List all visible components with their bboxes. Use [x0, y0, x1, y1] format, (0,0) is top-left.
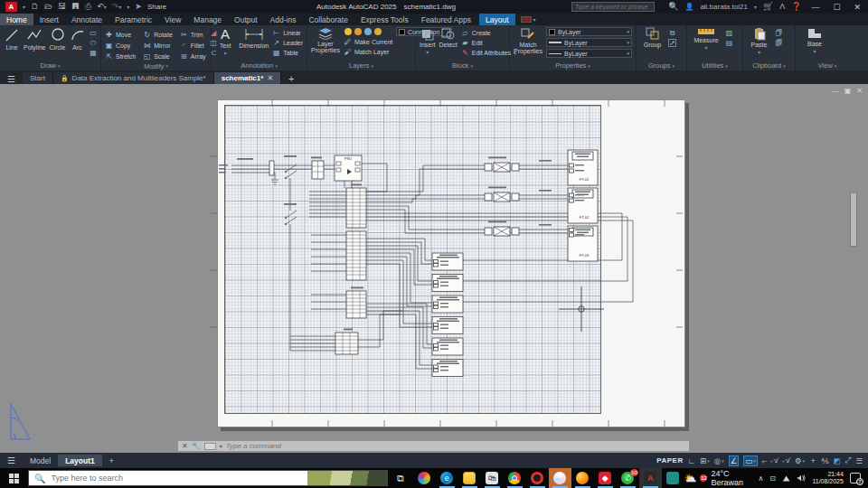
- arc-button[interactable]: Arc: [70, 27, 86, 51]
- lineweight-dropdown[interactable]: ByLayer: [546, 38, 632, 47]
- group-edit-icon[interactable]: ➚: [668, 39, 676, 47]
- ortho-mode-icon[interactable]: ⌐: [762, 456, 767, 465]
- quick-select-icon[interactable]: ▨: [725, 29, 733, 37]
- base-view-button[interactable]: Base▾: [799, 27, 830, 54]
- undo-icon[interactable]: ↶▾: [97, 3, 107, 12]
- tab-manage[interactable]: Manage: [187, 14, 228, 25]
- move-button[interactable]: ✚Move: [105, 29, 136, 40]
- layer-state-icons[interactable]: [344, 27, 393, 36]
- panel-label-annotation[interactable]: Annotation: [212, 61, 307, 70]
- calculator-icon[interactable]: ▤: [725, 39, 733, 47]
- app-autocad-icon[interactable]: A: [639, 468, 662, 488]
- clock[interactable]: 21:44 11/08/2025: [812, 471, 844, 485]
- linear-button[interactable]: ⊢Linear: [272, 29, 303, 37]
- layer-properties-button[interactable]: Layer Properties: [311, 27, 340, 53]
- close-file-tab-icon[interactable]: ✕: [267, 74, 273, 82]
- open-folder-icon[interactable]: 🗁: [44, 3, 52, 11]
- save-as-icon[interactable]: 🖪: [71, 3, 80, 11]
- app-whatsapp-icon[interactable]: ✆10: [617, 468, 639, 488]
- panel-label-properties[interactable]: Properties: [510, 61, 636, 70]
- tab-insert[interactable]: Insert: [33, 14, 65, 25]
- redo-icon[interactable]: ↷▾: [112, 3, 122, 12]
- new-file-tab-plus-icon[interactable]: +: [281, 73, 301, 84]
- tablet-pen-icon[interactable]: ⊡: [769, 474, 776, 483]
- panel-label-modify[interactable]: Modify: [101, 61, 211, 70]
- command-input[interactable]: [226, 442, 497, 450]
- command-line-bar[interactable]: ✕ 🔧 ▾: [177, 440, 690, 452]
- tab-layout[interactable]: Layout: [479, 14, 515, 25]
- circle-button[interactable]: Circle: [50, 27, 66, 51]
- app-red-icon[interactable]: ◆: [594, 468, 617, 488]
- autoscale-icon[interactable]: 𝒜: [783, 455, 790, 465]
- paste-button[interactable]: Paste▾: [747, 27, 771, 55]
- table-button[interactable]: ▦Table: [272, 49, 303, 57]
- leader-button[interactable]: ↗Leader: [272, 39, 303, 47]
- help-icon[interactable]: ❓: [791, 3, 801, 11]
- panel-label-view[interactable]: View: [796, 61, 859, 70]
- new-layout-plus-icon[interactable]: +: [102, 456, 121, 465]
- app-colorwheel-icon[interactable]: [413, 468, 436, 488]
- file-tab-data-extraction[interactable]: 🔒 Data Extraction and Multileaders Sampl…: [53, 72, 214, 84]
- command-recent-icon[interactable]: [204, 443, 216, 450]
- volume-icon[interactable]: [797, 474, 806, 483]
- ungroup-icon[interactable]: ⧉: [668, 29, 676, 37]
- layer-unlock-icon[interactable]: [374, 28, 382, 35]
- tab-collaborate[interactable]: Collaborate: [302, 14, 354, 25]
- tab-featured-apps[interactable]: Featured Apps: [415, 14, 477, 25]
- app-edge-icon[interactable]: e: [436, 468, 458, 488]
- app-store-icon[interactable]: 🛍: [481, 468, 504, 488]
- measure-button[interactable]: Measure▾: [691, 27, 722, 51]
- file-tab-start[interactable]: Start: [23, 72, 53, 84]
- search-icon[interactable]: 🔍: [668, 3, 678, 11]
- polar-tracking-icon[interactable]: ∠: [729, 455, 740, 466]
- scale-button[interactable]: ◱Scale: [143, 51, 173, 61]
- viewport-close-icon[interactable]: ✕: [856, 87, 863, 95]
- tab-output[interactable]: Output: [228, 14, 264, 25]
- insert-block-button[interactable]: Insert▾: [420, 27, 436, 55]
- paper-space-label[interactable]: PAPER: [656, 456, 683, 465]
- workspace-switch-icon[interactable]: ▾: [515, 14, 542, 25]
- minimize-button[interactable]: —: [807, 3, 823, 12]
- ellipse-icon[interactable]: ⬭: [90, 39, 98, 47]
- network-icon[interactable]: [782, 474, 790, 483]
- viewport-minimize-icon[interactable]: —: [832, 87, 839, 95]
- maximize-button[interactable]: ☐: [829, 3, 844, 12]
- share-label[interactable]: Share: [147, 3, 166, 11]
- layer-on-icon[interactable]: [344, 28, 352, 35]
- paper-model-toggle-icon[interactable]: ∟: [688, 456, 695, 465]
- copy-clip-icon[interactable]: 🗍: [775, 29, 783, 37]
- command-close-icon[interactable]: ✕: [182, 442, 188, 450]
- edit-block-button[interactable]: ▰Edit: [461, 39, 516, 47]
- hatch-icon[interactable]: ▦: [90, 49, 98, 57]
- rectangle-icon[interactable]: ▭: [90, 29, 98, 37]
- layer-lock-icon[interactable]: [364, 28, 372, 35]
- viewport-restore-icon[interactable]: ▣: [844, 87, 852, 95]
- workspace-plus-icon[interactable]: ＋: [809, 455, 817, 466]
- trim-button[interactable]: ✂Trim: [180, 29, 206, 40]
- group-button[interactable]: Group: [640, 27, 665, 48]
- line-button[interactable]: Line: [4, 27, 20, 51]
- panel-label-utilities[interactable]: Utilities: [687, 61, 742, 70]
- command-customize-wrench-icon[interactable]: 🔧: [192, 442, 201, 450]
- layer-freeze-icon[interactable]: [354, 28, 362, 35]
- tab-annotate[interactable]: Annotate: [65, 14, 108, 25]
- tab-home[interactable]: Home: [0, 14, 33, 25]
- panel-label-clipboard[interactable]: Clipboard: [743, 61, 795, 70]
- close-button[interactable]: ✕: [850, 3, 864, 12]
- user-avatar-icon[interactable]: 👤: [684, 3, 693, 11]
- task-view-icon[interactable]: ⧉: [397, 473, 404, 484]
- notification-center-icon[interactable]: 7: [850, 473, 861, 483]
- panel-label-block[interactable]: Block: [416, 61, 509, 70]
- start-button[interactable]: [0, 474, 28, 483]
- dimension-button[interactable]: Dimension: [239, 27, 269, 49]
- app-store-cart-icon[interactable]: 🛒: [763, 3, 773, 11]
- customization-menu-icon[interactable]: ☰: [855, 456, 863, 465]
- taskbar-search-input[interactable]: [51, 474, 286, 483]
- share-icon[interactable]: ➤: [135, 3, 142, 11]
- file-tab-schematic1[interactable]: schematic1* ✕: [214, 72, 281, 84]
- file-tab-menu-icon[interactable]: ☰: [0, 74, 23, 84]
- edit-attributes-button[interactable]: ✎Edit Attributes ▾: [461, 49, 516, 57]
- detect-button[interactable]: Detect: [439, 27, 458, 48]
- layout1-tab[interactable]: Layout1: [58, 455, 102, 466]
- tab-view[interactable]: View: [158, 14, 187, 25]
